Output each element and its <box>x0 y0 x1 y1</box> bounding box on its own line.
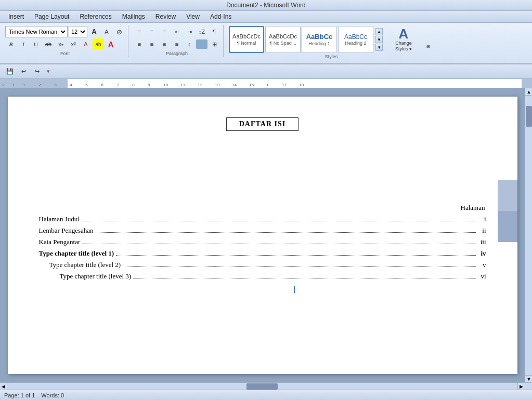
undo-btn[interactable]: ↩ <box>18 66 29 77</box>
style-heading2[interactable]: AaBbCc Heading 2 <box>338 26 373 53</box>
menu-add-ins[interactable]: Add-Ins <box>206 12 236 21</box>
borders-btn[interactable]: ⊞ <box>209 38 220 50</box>
font-size-select[interactable]: 12 <box>69 26 87 37</box>
toc-entry-1-dots <box>82 221 476 221</box>
increase-indent-btn[interactable]: ⇥ <box>184 26 195 37</box>
gallery-scroll: ▲ ▼ ▾ <box>375 28 383 51</box>
menu-review[interactable]: Review <box>151 12 180 21</box>
toc-entry-6-page: vi <box>478 272 486 281</box>
svg-text:·13·: ·13· <box>214 83 220 87</box>
scroll-right-btn[interactable]: ▶ <box>517 383 525 390</box>
scroll-up-btn[interactable]: ▲ <box>525 88 532 96</box>
toc-entry-5-page: v <box>478 261 486 269</box>
document-inner: DAFTAR ISI Halaman Halaman Judul i Lemba… <box>0 88 525 382</box>
style-heading2-label: Heading 2 <box>345 41 366 46</box>
italic-btn[interactable]: I <box>18 38 29 50</box>
ribbon-font-group: Times New Roman 12 A A ⊘ B I U ab <box>2 25 128 57</box>
toc-entry-2-dots <box>96 232 476 233</box>
menu-view[interactable]: View <box>182 12 204 21</box>
ribbon: Times New Roman 12 A A ⊘ B I U ab <box>0 23 532 64</box>
menu-mailings[interactable]: Mailings <box>118 12 149 21</box>
shading-btn[interactable] <box>196 39 207 49</box>
paragraph-group-label: Paragraph <box>166 51 188 56</box>
font-name-select[interactable]: Times New Roman <box>5 26 68 37</box>
style-heading2-preview: AaBbCc <box>344 33 367 41</box>
svg-text:·17·: ·17· <box>281 83 288 87</box>
menu-page-layout[interactable]: Page Layout <box>30 12 73 21</box>
superscript-btn[interactable]: x² <box>68 38 79 50</box>
quick-access-more[interactable]: ▾ <box>47 68 50 75</box>
line-spacing-btn[interactable]: ↕ <box>184 38 195 50</box>
vertical-scrollbar[interactable]: ▲ ▼ <box>525 88 532 390</box>
grow-font-btn[interactable]: A <box>88 26 100 37</box>
style-heading1-preview: AaBbCc <box>306 33 333 41</box>
scroll-down-btn[interactable]: ▼ <box>525 375 532 382</box>
toc-entry-3: Kata Pengantar iii <box>39 238 486 246</box>
style-normal-label: ¶ Normal <box>237 41 256 46</box>
h-scroll-thumb[interactable] <box>246 383 278 390</box>
svg-text:·8·: ·8· <box>131 83 136 87</box>
show-hide-btn[interactable]: ¶ <box>209 26 220 37</box>
style-no-spacing[interactable]: AaBbCcDc ¶ No Spaci... <box>265 26 301 53</box>
status-page-info: Page: 1 of 1 <box>4 392 35 398</box>
toc-entry-5-text: Type chapter title (level 2) <box>49 261 121 269</box>
decrease-indent-btn[interactable]: ⇤ <box>171 26 183 37</box>
subscript-btn[interactable]: x₂ <box>55 38 67 50</box>
justify-btn[interactable]: ≡ <box>171 38 183 50</box>
font-group-label: Font <box>60 51 70 56</box>
save-btn[interactable]: 💾 <box>4 66 16 77</box>
bullets-btn[interactable]: ≡ <box>134 26 145 37</box>
highlight-btn[interactable]: ab <box>93 38 104 50</box>
font-color-btn[interactable]: A <box>105 38 116 50</box>
shrink-font-btn[interactable]: A <box>101 26 112 37</box>
svg-text:·10·: ·10· <box>162 83 169 87</box>
toc-entry-6: Type chapter title (level 3) vi <box>39 272 486 281</box>
halaman-label: Halaman <box>39 204 486 212</box>
status-words: Words: 0 <box>41 392 64 398</box>
toc-entry-5-dots <box>123 266 475 267</box>
horizontal-scrollbar[interactable]: ◀ ▶ <box>0 382 525 390</box>
gallery-scroll-up[interactable]: ▲ <box>375 28 383 35</box>
document-wrapper: DAFTAR ISI Halaman Halaman Judul i Lemba… <box>0 88 532 390</box>
toc-entry-5: Type chapter title (level 2) v <box>39 261 486 269</box>
quick-access-toolbar: 💾 ↩ ↪ ▾ <box>0 64 532 79</box>
align-center-btn[interactable]: ≡ <box>146 38 158 50</box>
toc-entry-4-text: Type chapter title (level 1) <box>39 249 114 258</box>
svg-text:·7·: ·7· <box>115 83 120 87</box>
sort-btn[interactable]: ↕Z <box>196 26 207 37</box>
text-effects-btn[interactable]: A <box>80 38 92 50</box>
toc-entry-6-text: Type chapter title (level 3) <box>60 272 132 281</box>
ruler-ticks: ·2 ·1 ·1· ·2· ·3· ·4· ·5· ·6· ·7· ·8· ·9… <box>0 79 532 88</box>
style-heading1[interactable]: AaBbCc Heading 1 <box>302 26 337 53</box>
gallery-more[interactable]: ▾ <box>375 44 383 51</box>
scroll-thumb[interactable] <box>526 106 532 127</box>
gallery-scroll-down[interactable]: ▼ <box>375 36 383 43</box>
multilevel-btn[interactable]: ≡ <box>159 26 170 37</box>
strikethrough-btn[interactable]: ab <box>43 38 54 50</box>
numbering-btn[interactable]: ≡ <box>146 26 158 37</box>
toc-entries: Halaman Judul i Lembar Pengesahan ii Kat… <box>39 215 486 281</box>
svg-text:·2·: ·2· <box>37 83 42 87</box>
style-normal[interactable]: AaBbCcDc ¶ Normal <box>229 26 264 53</box>
underline-btn[interactable]: U <box>30 38 42 50</box>
toc-entry-3-dots <box>82 244 475 244</box>
text-cursor <box>294 286 295 293</box>
toc-entry-1: Halaman Judul i <box>39 215 486 223</box>
toc-entry-3-text: Kata Pengantar <box>39 238 81 246</box>
svg-text:·11·: ·11· <box>179 83 186 87</box>
bold-btn[interactable]: B <box>5 38 17 50</box>
ribbon-paragraph-group: ≡ ≡ ≡ ⇤ ⇥ ↕Z ¶ ≡ ≡ ≡ ≡ ↕ <box>131 25 224 57</box>
align-left-btn[interactable]: ≡ <box>134 38 145 50</box>
ruler: ·2 ·1 ·1· ·2· ·3· ·4· ·5· ·6· ·7· ·8· ·9… <box>0 79 532 88</box>
change-styles-button[interactable]: A ChangeStyles ▾ <box>386 26 421 53</box>
clear-format-btn[interactable]: ⊘ <box>113 26 125 37</box>
menu-references[interactable]: References <box>75 12 115 21</box>
ruler-content-area: ·2 ·1 ·1· ·2· ·3· ·4· ·5· ·6· ·7· ·8· ·9… <box>68 79 522 88</box>
menu-insert[interactable]: Insert <box>4 12 28 21</box>
document-page[interactable]: DAFTAR ISI Halaman Halaman Judul i Lemba… <box>8 97 517 374</box>
scroll-left-btn[interactable]: ◀ <box>0 383 7 390</box>
align-right-btn[interactable]: ≡ <box>159 38 170 50</box>
styles-expander-btn[interactable]: ⊞ <box>422 41 434 52</box>
svg-text:·9·: ·9· <box>147 83 151 87</box>
redo-btn[interactable]: ↪ <box>31 66 43 77</box>
